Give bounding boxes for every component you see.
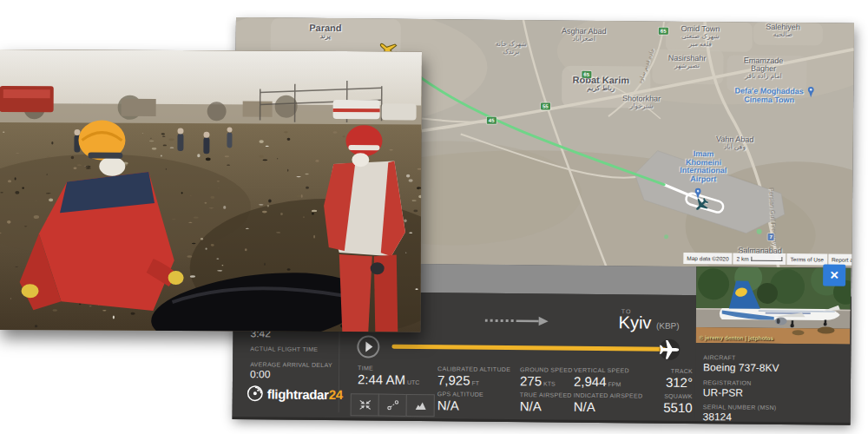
map-label-robat-karim: Robat Karimرباط کریم	[572, 76, 629, 93]
road-badge-65b: 65	[582, 71, 591, 78]
avg-arrival-delay-value: 0:00	[250, 368, 270, 380]
playback-tools	[351, 393, 434, 417]
close-button[interactable]: ✕	[823, 265, 845, 286]
play-icon	[365, 341, 372, 352]
calibrated-altitude-label: CALIBRATED ALTITUDE	[437, 365, 510, 372]
registration-value: UR-PSR	[703, 386, 743, 398]
airplane-progress-icon	[657, 338, 681, 362]
crash-scene-photo	[0, 49, 422, 332]
compress-icon	[358, 399, 371, 410]
map-data-credit: Map data ©2020	[683, 253, 732, 265]
indicated-airspeed-value: N/A	[574, 399, 595, 414]
road-badge-65: 65	[659, 28, 668, 35]
altitude-graph-button[interactable]	[406, 394, 435, 417]
map-label-nasirshahr: Nasirshahrنصیرشهر	[668, 55, 707, 70]
map-label-vahn-abad: Vahn Abadوهن آباد	[716, 135, 754, 151]
route-icon	[386, 400, 398, 411]
map-label-shahrak-khaneh: شهرک خانهبرندک	[496, 41, 527, 56]
registration-label: REGISTRATION	[703, 379, 752, 386]
actual-flight-time-label: ACTUAL FLIGHT TIME	[250, 345, 318, 352]
aircraft-type-value: Boeing 737-8KV	[703, 361, 779, 374]
map-label-parand: Parandپرند	[309, 23, 341, 41]
map-label-emamzade-bagher: EmamzadeBagher امام زاده باقر	[744, 57, 784, 81]
map-scale: 2 km	[733, 253, 786, 266]
gps-altitude-label: GPS ALTITUDE	[437, 391, 483, 398]
map-label-ika-airport: ImamKhomeini InternationalAirport	[680, 150, 727, 184]
collage-canvas: Parandپرند شهرک خانهبرندک Asghar Abadاصغ…	[0, 0, 868, 434]
route-arrow-icon	[485, 315, 549, 328]
map-label-shotorkhar: Shotorkharشترخوار	[622, 95, 661, 110]
altitude-chart-icon	[414, 400, 426, 411]
serial-number-value: 38124	[703, 411, 733, 423]
true-airspeed-value: N/A	[520, 398, 542, 413]
map-label-asghar-abad: Asghar Abadاصغرآباد	[562, 28, 607, 43]
road-badge-55: 55	[541, 102, 550, 109]
squawk-label: SQUAWK	[615, 392, 693, 399]
destination-city: Kyiv (KBP)	[619, 312, 680, 333]
ground-speed-label: GROUND SPEED	[520, 366, 572, 373]
calibrated-altitude-value: 7,925FT	[437, 372, 479, 387]
map-label-cinema-town: Defa'e MoghaddasCinema Town	[734, 88, 803, 105]
route-view-button[interactable]	[378, 394, 407, 417]
radar-logo-icon	[247, 385, 264, 402]
squawk-value: 5510	[615, 399, 693, 415]
photo-credit: © jeremy denton | jetphotos	[699, 334, 773, 341]
compress-view-button[interactable]	[351, 393, 379, 416]
flightradar24-logo: flightradar24	[247, 385, 343, 403]
road-badge-45: 45	[487, 117, 496, 124]
true-airspeed-label: TRUE AIRSPEED	[520, 391, 572, 398]
track-label: TRACK	[615, 367, 693, 374]
time-value: 2:44 AMUTC	[358, 372, 420, 387]
avg-arrival-delay-label: AVERAGE ARRIVAL DELAY	[250, 361, 332, 368]
terms-of-use-link[interactable]: Terms of Use	[787, 253, 827, 265]
scale-bar	[752, 257, 783, 261]
ground-speed-value: 275KTS	[520, 373, 556, 388]
gps-altitude-value: N/A	[437, 398, 459, 412]
time-label: TIME	[358, 365, 373, 371]
aircraft-info-card: © jeremy denton | jetphotos AIRCRAFT Boe…	[695, 266, 852, 423]
freeway-badge-7: 7	[768, 233, 774, 240]
aircraft-label: AIRCRAFT	[703, 354, 735, 360]
close-icon: ✕	[830, 269, 839, 282]
map-label-salehiyeh: Salehiyehصالحیه	[766, 23, 800, 39]
track-value: 312°	[615, 374, 693, 390]
play-button[interactable]	[357, 335, 379, 358]
map-label-omid-town: Omid Townشهرک صنعتی قلعه میر	[681, 25, 720, 48]
serial-number-label: SERIAL NUMBER (MSN)	[703, 404, 777, 411]
